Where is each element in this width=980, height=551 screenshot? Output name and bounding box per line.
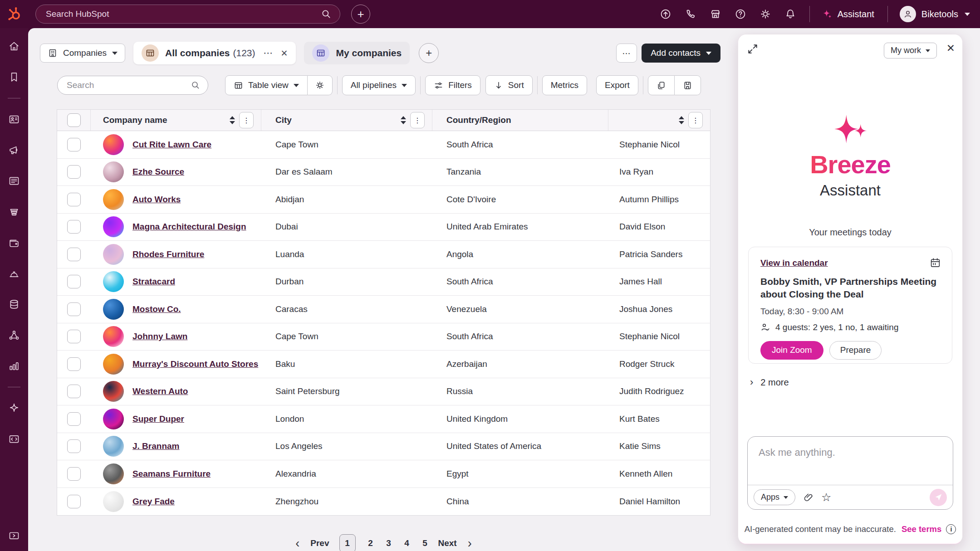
- tab-close-icon[interactable]: ✕: [281, 48, 288, 59]
- more-meetings-toggle[interactable]: › 2 more: [750, 376, 789, 388]
- info-icon[interactable]: i: [946, 524, 956, 534]
- metrics-button[interactable]: Metrics: [542, 75, 587, 95]
- more-options-button[interactable]: ⋯: [616, 44, 637, 63]
- row-checkbox[interactable]: [67, 248, 81, 261]
- company-name-link[interactable]: Ezhe Source: [132, 167, 184, 177]
- sidebar-item-breeze-ai[interactable]: [4, 398, 24, 418]
- account-menu[interactable]: Biketools: [900, 6, 970, 22]
- company-name-link[interactable]: Super Duper: [132, 414, 184, 424]
- pagination-prev[interactable]: Prev: [310, 538, 329, 548]
- company-name-link[interactable]: Stratacard: [132, 277, 175, 287]
- sidebar-item-payments[interactable]: [4, 233, 24, 253]
- row-checkbox[interactable]: [67, 412, 81, 426]
- notifications-icon[interactable]: [784, 8, 796, 20]
- sort-button[interactable]: Sort: [485, 75, 533, 95]
- sidebar-item-content[interactable]: [4, 171, 24, 191]
- sidebar-item-home[interactable]: [4, 36, 24, 56]
- favorite-icon[interactable]: ☆: [821, 492, 831, 503]
- row-checkbox[interactable]: [67, 138, 81, 151]
- row-checkbox[interactable]: [67, 495, 81, 508]
- row-checkbox[interactable]: [67, 302, 81, 316]
- marketplace-icon[interactable]: [710, 8, 721, 20]
- pipelines-filter-button[interactable]: All pipelines: [342, 75, 416, 95]
- export-button[interactable]: Export: [596, 75, 638, 95]
- row-checkbox[interactable]: [67, 330, 81, 343]
- chevron-right-icon[interactable]: ›: [467, 537, 473, 550]
- pagination-page-number[interactable]: 1: [339, 534, 356, 551]
- sidebar-item-data[interactable]: [4, 294, 24, 314]
- assistant-toggle[interactable]: Assistant: [822, 9, 874, 20]
- column-options-button[interactable]: ⋮: [239, 112, 254, 128]
- row-checkbox[interactable]: [67, 165, 81, 179]
- tab-my-companies[interactable]: My companies: [304, 42, 410, 64]
- calling-icon[interactable]: [685, 8, 696, 20]
- pagination-page-number[interactable]: 5: [422, 538, 428, 548]
- column-options-button[interactable]: ⋮: [688, 112, 703, 128]
- clone-view-button[interactable]: [648, 75, 675, 95]
- company-name-link[interactable]: Auto Works: [132, 195, 181, 205]
- company-name-link[interactable]: Seamans Furniture: [132, 469, 211, 479]
- create-button[interactable]: +: [351, 5, 370, 24]
- pagination-page-number[interactable]: 3: [386, 538, 392, 548]
- add-contacts-button[interactable]: Add contacts: [642, 44, 720, 63]
- table-view-button[interactable]: Table view: [225, 75, 308, 95]
- global-search-input[interactable]: [46, 9, 321, 19]
- join-zoom-button[interactable]: Join Zoom: [760, 341, 823, 360]
- row-checkbox[interactable]: [67, 467, 81, 481]
- attachment-icon[interactable]: [803, 492, 813, 502]
- close-panel-icon[interactable]: ✕: [946, 43, 955, 54]
- sidebar-item-commerce[interactable]: [4, 202, 24, 222]
- select-all-checkbox[interactable]: [67, 113, 81, 127]
- help-icon[interactable]: [735, 8, 746, 20]
- company-name-link[interactable]: Western Auto: [132, 386, 188, 396]
- row-checkbox[interactable]: [67, 357, 81, 371]
- company-name-link[interactable]: Mostow Co.: [132, 304, 181, 314]
- sidebar-item-reporting[interactable]: [4, 356, 24, 376]
- sort-toggle-icon[interactable]: [401, 116, 406, 124]
- sidebar-item-crm[interactable]: [4, 109, 24, 129]
- hubspot-logo-icon[interactable]: [5, 5, 24, 23]
- company-name-link[interactable]: J. Brannam: [132, 441, 179, 451]
- sort-toggle-icon[interactable]: [679, 116, 684, 124]
- add-view-button[interactable]: +: [419, 43, 439, 63]
- sort-toggle-icon[interactable]: [230, 116, 235, 124]
- pagination-next[interactable]: Next: [438, 538, 457, 548]
- pagination-page-number[interactable]: 2: [368, 538, 374, 548]
- sidebar-item-service[interactable]: [4, 263, 24, 283]
- my-work-menu-button[interactable]: My work: [884, 43, 937, 59]
- row-checkbox[interactable]: [67, 385, 81, 398]
- settings-icon[interactable]: [760, 8, 771, 20]
- company-name-link[interactable]: Magna Architectural Design: [132, 222, 246, 232]
- row-checkbox[interactable]: [67, 193, 81, 206]
- table-search[interactable]: [57, 76, 208, 95]
- company-name-link[interactable]: Cut Rite Lawn Care: [132, 140, 211, 150]
- sidebar-item-marketing[interactable]: [4, 140, 24, 160]
- apps-menu-button[interactable]: Apps: [754, 489, 795, 505]
- view-settings-button[interactable]: [308, 75, 333, 95]
- prepare-button[interactable]: Prepare: [829, 341, 882, 360]
- row-checkbox[interactable]: [67, 220, 81, 234]
- company-name-link[interactable]: Grey Fade: [132, 497, 175, 507]
- filters-button[interactable]: Filters: [425, 75, 480, 95]
- assistant-prompt-input[interactable]: [748, 437, 953, 483]
- sidebar-collapse-toggle[interactable]: [4, 526, 24, 546]
- view-in-calendar-link[interactable]: View in calendar: [760, 258, 828, 268]
- column-options-button[interactable]: ⋮: [410, 112, 425, 128]
- chevron-left-icon[interactable]: ‹: [294, 537, 300, 550]
- global-search[interactable]: [35, 5, 340, 24]
- company-name-link[interactable]: Johnny Lawn: [132, 332, 187, 341]
- object-switcher-button[interactable]: Companies: [40, 44, 125, 63]
- send-button[interactable]: [930, 489, 947, 506]
- row-checkbox[interactable]: [67, 439, 81, 453]
- tab-options-icon[interactable]: ⋯: [264, 48, 274, 59]
- sidebar-item-developer[interactable]: [4, 429, 24, 449]
- sidebar-item-automations[interactable]: [4, 325, 24, 345]
- expand-panel-icon[interactable]: [746, 43, 759, 55]
- company-name-link[interactable]: Murray's Discount Auto Stores: [132, 359, 258, 369]
- table-search-input[interactable]: [67, 80, 191, 90]
- row-checkbox[interactable]: [67, 275, 81, 288]
- tab-all-companies[interactable]: All companies (123) ⋯ ✕: [133, 42, 296, 64]
- company-name-link[interactable]: Rhodes Furniture: [132, 249, 204, 259]
- see-terms-link[interactable]: See terms: [902, 524, 941, 534]
- save-view-button[interactable]: [675, 75, 701, 95]
